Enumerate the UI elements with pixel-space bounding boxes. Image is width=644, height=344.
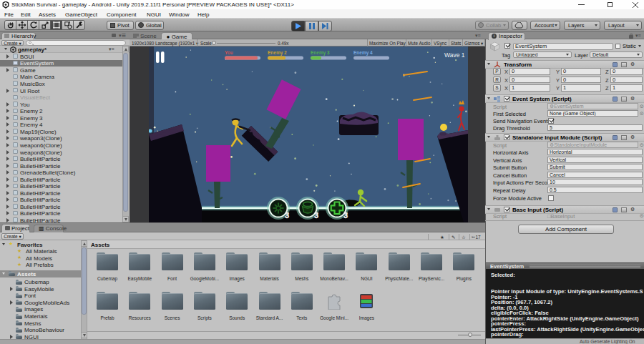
svg-text:Enemy 2: Enemy 2 (268, 50, 287, 56)
svg-text:3: 3 (285, 211, 289, 220)
svg-text:3: 3 (314, 211, 318, 220)
svg-text:3: 3 (343, 211, 348, 220)
svg-text:You: You (225, 50, 233, 55)
svg-text:Enemy 3: Enemy 3 (311, 50, 330, 56)
svg-text:Wave 1: Wave 1 (444, 51, 465, 59)
svg-text:Enemy 4: Enemy 4 (353, 50, 373, 56)
